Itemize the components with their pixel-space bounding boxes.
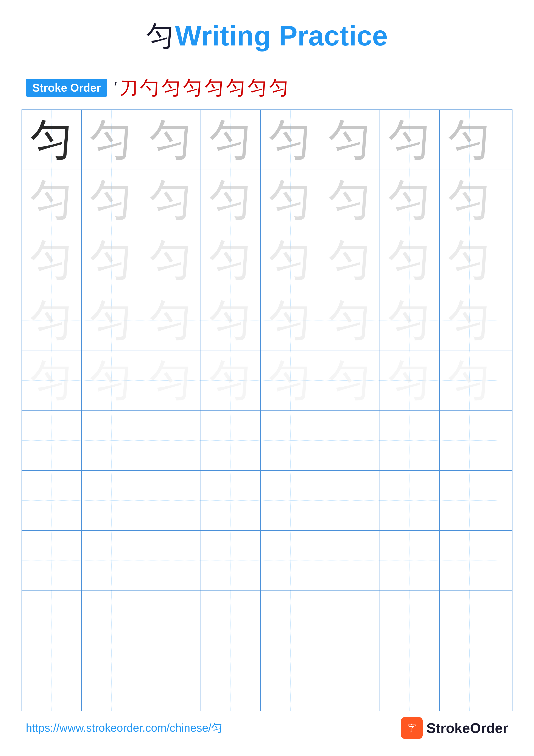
grid-cell-2-6[interactable]: 匀: [320, 170, 380, 230]
grid-cell-4-1[interactable]: 匀: [22, 290, 82, 350]
grid-cell-9-7[interactable]: [380, 591, 440, 651]
grid-cell-9-1[interactable]: [22, 591, 82, 651]
grid-cell-9-6[interactable]: [320, 591, 380, 651]
grid-cell-3-8[interactable]: 匀: [440, 230, 499, 290]
grid-cell-2-4[interactable]: 匀: [201, 170, 261, 230]
grid-cell-1-6[interactable]: 匀: [320, 110, 380, 170]
grid-cell-7-3[interactable]: [141, 471, 201, 530]
footer-url[interactable]: https://www.strokeorder.com/chinese/匀: [26, 720, 222, 736]
grid-cell-7-1[interactable]: [22, 471, 82, 530]
grid-cell-2-3[interactable]: 匀: [141, 170, 201, 230]
grid-cell-8-6[interactable]: [320, 531, 380, 590]
grid-char: 匀: [269, 178, 312, 222]
grid-cell-4-5[interactable]: 匀: [261, 290, 320, 350]
grid-char: 匀: [448, 178, 491, 222]
grid-char: 匀: [269, 299, 312, 342]
grid-cell-7-4[interactable]: [201, 471, 261, 530]
grid-cell-8-7[interactable]: [380, 531, 440, 590]
grid-cell-10-7[interactable]: [380, 651, 440, 711]
grid-cell-5-7[interactable]: 匀: [380, 350, 440, 410]
grid-cell-3-3[interactable]: 匀: [141, 230, 201, 290]
grid-char: 匀: [388, 359, 431, 402]
grid-cell-6-4[interactable]: [201, 411, 261, 470]
grid-cell-9-4[interactable]: [201, 591, 261, 651]
stroke-char-1: 刀: [119, 75, 138, 100]
grid-char: 匀: [30, 178, 73, 222]
grid-char: 匀: [448, 299, 491, 342]
grid-cell-1-4[interactable]: 匀: [201, 110, 261, 170]
stroke-char-8: 匀: [269, 74, 289, 101]
grid-cell-1-5[interactable]: 匀: [261, 110, 320, 170]
grid-cell-3-1[interactable]: 匀: [22, 230, 82, 290]
grid-cell-2-2[interactable]: 匀: [82, 170, 141, 230]
grid-cell-7-8[interactable]: [440, 471, 499, 530]
grid-cell-4-7[interactable]: 匀: [380, 290, 440, 350]
grid-char: 匀: [328, 359, 371, 402]
grid-cell-4-4[interactable]: 匀: [201, 290, 261, 350]
grid-cell-6-3[interactable]: [141, 411, 201, 470]
grid-cell-2-7[interactable]: 匀: [380, 170, 440, 230]
grid-cell-8-4[interactable]: [201, 531, 261, 590]
stroke-order-row: Stroke Order ′ 刀 勺 匀 匀 匀 匀 匀 匀: [0, 68, 534, 109]
grid-cell-5-1[interactable]: 匀: [22, 350, 82, 410]
grid-cell-10-8[interactable]: [440, 651, 499, 711]
grid-cell-4-8[interactable]: 匀: [440, 290, 499, 350]
grid-cell-10-5[interactable]: [261, 651, 320, 711]
grid-cell-4-3[interactable]: 匀: [141, 290, 201, 350]
grid-cell-7-5[interactable]: [261, 471, 320, 530]
grid-cell-1-8[interactable]: 匀: [440, 110, 499, 170]
grid-cell-2-8[interactable]: 匀: [440, 170, 499, 230]
stroke-order-chars: ′ 刀 勺 匀 匀 匀 匀 匀 匀: [114, 74, 289, 101]
grid-cell-6-8[interactable]: [440, 411, 499, 470]
grid-cell-5-6[interactable]: 匀: [320, 350, 380, 410]
grid-cell-5-8[interactable]: 匀: [440, 350, 499, 410]
grid-cell-10-2[interactable]: [82, 651, 141, 711]
grid-cell-4-2[interactable]: 匀: [82, 290, 141, 350]
grid-cell-10-3[interactable]: [141, 651, 201, 711]
grid-cell-8-2[interactable]: [82, 531, 141, 590]
grid-cell-8-5[interactable]: [261, 531, 320, 590]
grid-cell-10-4[interactable]: [201, 651, 261, 711]
title-text: Writing Practice: [175, 20, 388, 51]
grid-cell-6-1[interactable]: [22, 411, 82, 470]
grid-cell-9-5[interactable]: [261, 591, 320, 651]
grid-char: 匀: [149, 359, 192, 402]
grid-cell-6-2[interactable]: [82, 411, 141, 470]
grid-cell-1-1[interactable]: 匀: [22, 110, 82, 170]
grid-cell-8-1[interactable]: [22, 531, 82, 590]
grid-cell-6-6[interactable]: [320, 411, 380, 470]
grid-cell-3-7[interactable]: 匀: [380, 230, 440, 290]
grid-cell-5-4[interactable]: 匀: [201, 350, 261, 410]
stroke-char-3: 匀: [162, 74, 181, 101]
grid-cell-1-3[interactable]: 匀: [141, 110, 201, 170]
grid-cell-2-5[interactable]: 匀: [261, 170, 320, 230]
grid-cell-3-5[interactable]: 匀: [261, 230, 320, 290]
grid-cell-7-6[interactable]: [320, 471, 380, 530]
grid-cell-7-2[interactable]: [82, 471, 141, 530]
grid-cell-3-6[interactable]: 匀: [320, 230, 380, 290]
grid-cell-1-2[interactable]: 匀: [82, 110, 141, 170]
grid-cell-10-6[interactable]: [320, 651, 380, 711]
grid-char: 匀: [209, 239, 252, 282]
grid-cell-1-7[interactable]: 匀: [380, 110, 440, 170]
grid-cell-5-5[interactable]: 匀: [261, 350, 320, 410]
grid-cell-5-2[interactable]: 匀: [82, 350, 141, 410]
grid-cell-7-7[interactable]: [380, 471, 440, 530]
grid-cell-9-2[interactable]: [82, 591, 141, 651]
stroke-char-apostrophe: ′: [114, 78, 117, 97]
grid-cell-9-3[interactable]: [141, 591, 201, 651]
stroke-char-7: 匀: [248, 74, 267, 101]
grid-cell-3-4[interactable]: 匀: [201, 230, 261, 290]
grid-cell-6-7[interactable]: [380, 411, 440, 470]
grid-cell-3-2[interactable]: 匀: [82, 230, 141, 290]
grid-cell-2-1[interactable]: 匀: [22, 170, 82, 230]
grid-cell-4-6[interactable]: 匀: [320, 290, 380, 350]
grid-cell-9-8[interactable]: [440, 591, 499, 651]
grid-char: 匀: [149, 239, 192, 282]
grid-row-4: 匀 匀 匀 匀 匀 匀 匀 匀: [22, 290, 512, 350]
grid-cell-6-5[interactable]: [261, 411, 320, 470]
grid-cell-8-3[interactable]: [141, 531, 201, 590]
grid-cell-5-3[interactable]: 匀: [141, 350, 201, 410]
grid-cell-8-8[interactable]: [440, 531, 499, 590]
grid-cell-10-1[interactable]: [22, 651, 82, 711]
